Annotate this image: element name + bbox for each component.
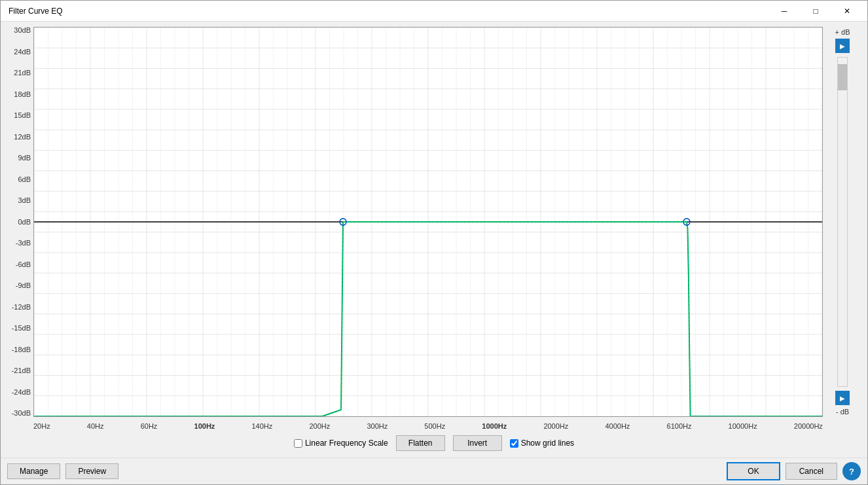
x-axis-label: 20000Hz xyxy=(794,422,823,430)
y-axis-label: 0dB xyxy=(18,219,31,226)
y-axis-label: 24dB xyxy=(14,48,31,56)
linear-freq-text: Linear Frequency Scale xyxy=(305,439,388,448)
x-axis-label: 6100Hz xyxy=(667,422,692,430)
x-axis-label: 60Hz xyxy=(141,422,158,430)
y-axis-label: -15dB xyxy=(12,325,31,332)
title-bar: Filter Curve EQ ─ □ ✕ xyxy=(1,1,867,22)
manage-button[interactable]: Manage xyxy=(7,463,60,479)
maximize-button[interactable]: □ xyxy=(801,1,831,21)
bottom-left: Manage Preview xyxy=(7,463,118,479)
y-axis-label: -12dB xyxy=(12,304,31,311)
invert-button[interactable]: Invert xyxy=(453,435,502,451)
right-side: + dB ▶ ▶ - dB xyxy=(823,27,862,417)
y-axis-label: -18dB xyxy=(12,346,31,353)
x-axis-label: 2000Hz xyxy=(543,422,568,430)
scroll-down-arrow[interactable]: ▶ xyxy=(835,391,850,405)
show-grid-label[interactable]: Show grid lines xyxy=(510,439,574,448)
x-axis-row: 20Hz40Hz60Hz100Hz140Hz200Hz300Hz500Hz100… xyxy=(33,421,823,430)
scroll-up-arrow[interactable]: ▶ xyxy=(835,39,850,53)
y-axis-label: -30dB xyxy=(12,410,31,417)
y-axis-label: -3dB xyxy=(16,240,31,247)
x-axis-label: 10000Hz xyxy=(729,422,757,430)
x-axis-label: 20Hz xyxy=(33,422,50,430)
scrollbar-track-top[interactable] xyxy=(837,57,848,387)
eq-container: 30dB24dB21dB18dB15dB12dB9dB6dB3dB0dB-3dB… xyxy=(6,27,862,417)
show-grid-checkbox[interactable] xyxy=(510,439,518,448)
scrollbar-thumb-top xyxy=(838,64,847,90)
y-axis-label: 3dB xyxy=(18,197,31,204)
x-axis: 20Hz40Hz60Hz100Hz140Hz200Hz300Hz500Hz100… xyxy=(33,421,823,430)
help-button[interactable]: ? xyxy=(842,462,861,480)
y-axis-label: -9dB xyxy=(16,282,31,289)
y-axis-label: 9dB xyxy=(18,154,31,162)
x-axis-label: 4000Hz xyxy=(605,422,630,430)
y-axis-label: 21dB xyxy=(14,69,31,77)
y-axis-label: -21dB xyxy=(12,367,31,374)
y-axis: 30dB24dB21dB18dB15dB12dB9dB6dB3dB0dB-3dB… xyxy=(6,27,33,417)
y-axis-label: 6dB xyxy=(18,176,31,183)
plus-db-label: + dB xyxy=(835,27,850,36)
linear-freq-checkbox[interactable] xyxy=(294,439,302,448)
minimize-button[interactable]: ─ xyxy=(769,1,799,21)
title-bar-controls: ─ □ ✕ xyxy=(769,1,862,21)
preview-button[interactable]: Preview xyxy=(65,463,118,479)
close-button[interactable]: ✕ xyxy=(832,1,862,21)
show-grid-text: Show grid lines xyxy=(521,439,574,448)
options-row: Linear Frequency Scale Flatten Invert Sh… xyxy=(6,434,862,452)
x-axis-label: 40Hz xyxy=(87,422,104,430)
x-axis-label: 200Hz xyxy=(309,422,330,430)
y-axis-label: 12dB xyxy=(14,134,31,141)
x-axis-label: 100Hz xyxy=(194,422,215,430)
y-axis-label: 30dB xyxy=(14,27,31,34)
x-axis-label: 500Hz xyxy=(424,422,445,430)
bottom-bar: Manage Preview OK Cancel ? xyxy=(1,458,867,484)
main-window: Filter Curve EQ ─ □ ✕ 30dB24dB21dB18dB15… xyxy=(0,0,868,485)
linear-freq-label[interactable]: Linear Frequency Scale xyxy=(294,439,388,448)
y-axis-label: 15dB xyxy=(14,112,31,119)
cancel-button[interactable]: Cancel xyxy=(786,463,837,480)
ok-button[interactable]: OK xyxy=(727,462,780,480)
x-axis-label: 140Hz xyxy=(251,422,272,430)
y-axis-label: -24dB xyxy=(12,389,31,396)
flatten-button[interactable]: Flatten xyxy=(396,435,445,451)
main-content: 30dB24dB21dB18dB15dB12dB9dB6dB3dB0dB-3dB… xyxy=(1,22,867,458)
eq-curve xyxy=(34,27,822,416)
minus-db-label: - dB xyxy=(836,408,849,417)
y-axis-label: -6dB xyxy=(16,261,31,268)
x-axis-label: 300Hz xyxy=(367,422,388,430)
window-title: Filter Curve EQ xyxy=(9,7,63,16)
chart-area[interactable] xyxy=(33,27,823,417)
bottom-right: OK Cancel ? xyxy=(727,462,861,480)
x-axis-label: 1000Hz xyxy=(482,422,507,430)
y-axis-label: 18dB xyxy=(14,91,31,98)
